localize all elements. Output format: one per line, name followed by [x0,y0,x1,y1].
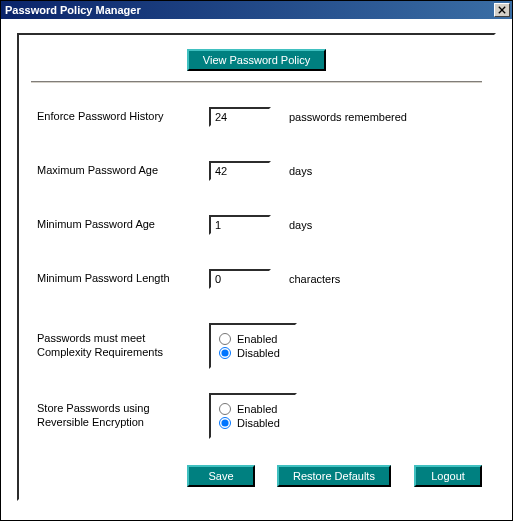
input-min-length[interactable] [209,269,271,289]
radio-label-complexity-enabled: Enabled [237,333,277,345]
suffix-enforce-history: passwords remembered [289,111,407,123]
close-button[interactable] [494,3,510,17]
policy-panel: View Password Policy Enforce Password Hi… [17,33,496,501]
close-icon [498,6,506,14]
bottom-button-bar: Save Restore Defaults Logout [31,465,482,487]
radio-label-reversible-enabled: Enabled [237,403,277,415]
label-enforce-history: Enforce Password History [37,110,209,124]
radio-complexity-disabled[interactable]: Disabled [219,347,287,359]
radio-label-complexity-disabled: Disabled [237,347,280,359]
row-enforce-history: Enforce Password History passwords remem… [37,107,478,127]
label-min-length: Minimum Password Length [37,272,209,286]
titlebar: Password Policy Manager [1,1,512,19]
form-rows: Enforce Password History passwords remem… [31,101,482,439]
radio-complexity-enabled[interactable]: Enabled [219,333,287,345]
radio-label-reversible-disabled: Disabled [237,417,280,429]
label-complexity: Passwords must meet Complexity Requireme… [37,332,209,360]
top-button-wrap: View Password Policy [31,45,482,81]
input-min-age[interactable] [209,215,271,235]
suffix-max-age: days [289,165,312,177]
radio-input-reversible-enabled[interactable] [219,403,231,415]
divider [31,81,482,83]
row-max-age: Maximum Password Age days [37,161,478,181]
radio-box-complexity: Enabled Disabled [209,323,297,369]
label-reversible: Store Passwords using Reversible Encrypt… [37,402,209,430]
suffix-min-age: days [289,219,312,231]
suffix-min-length: characters [289,273,340,285]
view-password-policy-button[interactable]: View Password Policy [187,49,326,71]
row-complexity: Passwords must meet Complexity Requireme… [37,323,478,369]
row-min-age: Minimum Password Age days [37,215,478,235]
label-max-age: Maximum Password Age [37,164,209,178]
window: Password Policy Manager View Password Po… [0,0,513,521]
save-button[interactable]: Save [187,465,255,487]
radio-box-reversible: Enabled Disabled [209,393,297,439]
radio-reversible-disabled[interactable]: Disabled [219,417,287,429]
row-reversible: Store Passwords using Reversible Encrypt… [37,393,478,439]
row-min-length: Minimum Password Length characters [37,269,478,289]
window-title: Password Policy Manager [5,4,141,16]
radio-input-complexity-disabled[interactable] [219,347,231,359]
content-area: View Password Policy Enforce Password Hi… [1,19,512,515]
radio-reversible-enabled[interactable]: Enabled [219,403,287,415]
logout-button[interactable]: Logout [414,465,482,487]
input-enforce-history[interactable] [209,107,271,127]
radio-input-complexity-enabled[interactable] [219,333,231,345]
label-min-age: Minimum Password Age [37,218,209,232]
input-max-age[interactable] [209,161,271,181]
radio-input-reversible-disabled[interactable] [219,417,231,429]
restore-defaults-button[interactable]: Restore Defaults [277,465,391,487]
